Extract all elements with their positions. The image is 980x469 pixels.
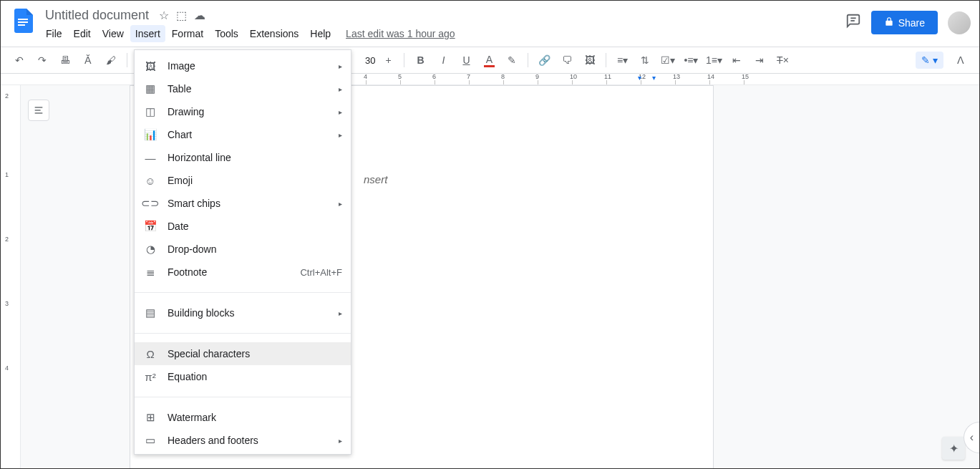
insert-chart-item[interactable]: 📊 Chart ▸	[135, 123, 351, 146]
insert-headers-footers-item[interactable]: ▭ Headers and footers ▸	[135, 429, 351, 452]
pi-icon: π²	[143, 371, 157, 383]
insert-smart-chips-item[interactable]: ⊂⊃ Smart chips ▸	[135, 192, 351, 215]
comments-icon[interactable]	[845, 13, 861, 33]
italic-button[interactable]: I	[433, 50, 453, 70]
menu-file[interactable]: File	[41, 25, 67, 42]
chart-icon: 📊	[143, 128, 157, 141]
insert-emoji-item[interactable]: ☺ Emoji	[135, 169, 351, 192]
pencil-icon: ✎	[921, 54, 930, 66]
chevron-down-icon: ▾	[933, 54, 938, 66]
undo-button[interactable]: ↶	[9, 50, 29, 70]
menu-separator	[135, 397, 351, 397]
footnote-icon: ≣	[143, 266, 157, 279]
chevron-right-icon: ▸	[339, 131, 342, 139]
explore-button[interactable]: ✦	[942, 437, 965, 460]
insert-equation-item[interactable]: π² Equation	[135, 365, 351, 388]
menu-separator	[135, 333, 351, 334]
menu-format[interactable]: Format	[167, 25, 208, 42]
headers-icon: ▭	[143, 434, 157, 447]
align-button[interactable]: ≡▾	[612, 50, 632, 70]
drawing-icon: ◫	[143, 105, 157, 118]
underline-button[interactable]: U	[456, 50, 476, 70]
chevron-right-icon: ▸	[339, 108, 342, 116]
menu-edit[interactable]: Edit	[69, 25, 96, 42]
hide-menus-button[interactable]: ᐱ	[951, 50, 971, 70]
menu-separator	[135, 292, 351, 293]
vertical-ruler[interactable]: 2 1 2 3 4	[1, 85, 21, 468]
insert-link-button[interactable]: 🔗	[534, 50, 554, 70]
increase-indent-button[interactable]: ⇥	[749, 50, 770, 70]
print-button[interactable]: 🖶	[55, 50, 75, 70]
insert-date-item[interactable]: 📅 Date	[135, 215, 351, 238]
insert-watermark-item[interactable]: ⊞ Watermark	[135, 406, 351, 429]
watermark-icon: ⊞	[143, 411, 157, 424]
insert-page-numbers-item[interactable]: # Page numbers ▸	[135, 452, 351, 455]
checklist-button[interactable]: ☑▾	[658, 50, 678, 70]
line-spacing-button[interactable]: ⇅	[635, 50, 655, 70]
insert-drawing-item[interactable]: ◫ Drawing ▸	[135, 100, 351, 123]
insert-building-blocks-item[interactable]: ▤ Building blocks ▸	[135, 301, 351, 324]
add-comment-button[interactable]: 🗨	[557, 50, 577, 70]
show-side-panel-button[interactable]: ‹	[964, 422, 979, 453]
star-icon[interactable]: ☆	[159, 9, 169, 22]
menu-help[interactable]: Help	[305, 25, 336, 42]
insert-image-item[interactable]: 🖼 Image ▸	[135, 54, 351, 77]
clear-format-button[interactable]: T×	[772, 50, 792, 70]
insert-table-item[interactable]: ▦ Table ▸	[135, 77, 351, 100]
menu-view[interactable]: View	[97, 25, 129, 42]
shortcut-text: Ctrl+Alt+F	[300, 267, 342, 278]
table-icon: ▦	[143, 82, 157, 95]
share-button[interactable]: Share	[871, 11, 938, 34]
dropdown-icon: ◔	[143, 243, 157, 256]
insert-special-characters-item[interactable]: Ω Special characters	[135, 342, 351, 365]
bulleted-list-button[interactable]: •≡▾	[681, 50, 701, 70]
docs-logo[interactable]	[9, 6, 38, 35]
horizontal-line-icon: —	[143, 152, 157, 164]
editing-mode-button[interactable]: ✎ ▾	[916, 52, 943, 69]
avatar[interactable]	[948, 11, 971, 34]
highlight-button[interactable]: ✎	[502, 50, 522, 70]
insert-horizontal-line-item[interactable]: — Horizontal line	[135, 146, 351, 169]
zoom-select[interactable]: 30	[365, 55, 375, 66]
lock-icon	[884, 16, 894, 29]
indent-marker-right[interactable]: ▾	[652, 74, 656, 82]
page-hint-text: nsert	[364, 173, 387, 185]
indent-marker-left[interactable]: ▾	[638, 74, 641, 82]
menu-tools[interactable]: Tools	[210, 25, 243, 42]
document-outline-button[interactable]	[28, 100, 49, 121]
svg-rect-1	[18, 21, 28, 23]
last-edit-link[interactable]: Last edit was 1 hour ago	[346, 28, 455, 39]
insert-menu-dropdown: 🖼 Image ▸ ▦ Table ▸ ◫ Drawing ▸ 📊 Chart …	[134, 49, 351, 455]
menu-extensions[interactable]: Extensions	[245, 25, 304, 42]
chevron-right-icon: ▸	[339, 62, 342, 70]
move-icon[interactable]: ⬚	[176, 9, 187, 22]
insert-footnote-item[interactable]: ≣ Footnote Ctrl+Alt+F	[135, 261, 351, 284]
bold-button[interactable]: B	[410, 50, 430, 70]
menubar: File Edit View Insert Format Tools Exten…	[41, 25, 845, 42]
emoji-icon: ☺	[143, 175, 157, 187]
numbered-list-button[interactable]: 1≡▾	[704, 50, 724, 70]
chevron-right-icon: ▸	[339, 309, 342, 317]
image-icon: 🖼	[143, 60, 157, 72]
svg-rect-0	[18, 19, 28, 20]
menu-insert[interactable]: Insert	[130, 25, 165, 42]
omega-icon: Ω	[143, 348, 157, 360]
text-color-button[interactable]: A	[479, 50, 499, 70]
share-label: Share	[898, 17, 925, 29]
chevron-right-icon: ▸	[339, 437, 342, 445]
insert-image-button[interactable]: 🖼	[580, 50, 600, 70]
insert-dropdown-item[interactable]: ◔ Drop-down	[135, 238, 351, 261]
cloud-saved-icon[interactable]: ☁	[194, 9, 205, 22]
chevron-right-icon: ▸	[339, 200, 342, 208]
calendar-icon: 📅	[143, 220, 157, 233]
spellcheck-button[interactable]: Ӑ	[78, 50, 98, 70]
doc-title[interactable]: Untitled document	[41, 6, 153, 24]
redo-button[interactable]: ↷	[32, 50, 52, 70]
svg-rect-2	[18, 24, 25, 26]
decrease-indent-button[interactable]: ⇤	[727, 50, 747, 70]
zoom-increase[interactable]: +	[378, 50, 398, 70]
smart-chips-icon: ⊂⊃	[143, 197, 157, 210]
paint-format-button[interactable]: 🖌	[101, 50, 121, 70]
building-blocks-icon: ▤	[143, 306, 157, 319]
chevron-right-icon: ▸	[339, 85, 342, 93]
